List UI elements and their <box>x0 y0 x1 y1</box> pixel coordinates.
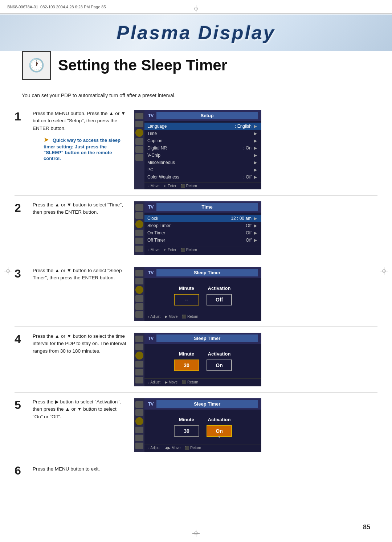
banner-text: Plasma Display <box>117 22 275 44</box>
minute-value-1: -- <box>174 294 199 305</box>
minute-label-3: Minute <box>179 417 194 422</box>
step-3-desc: Press the ▲ or ▼ button to select "Sleep… <box>33 267 127 282</box>
activation-col-2: Activation On <box>207 351 232 371</box>
sidebar5-icon-3 <box>135 417 143 425</box>
footer-adjust-3: ⬦ Adjust <box>147 315 160 319</box>
step-4-left: 4 Press the ▲ or ▼ button to select the … <box>15 333 127 355</box>
tv-header-time: TV Time <box>144 201 261 213</box>
divider-5 <box>15 458 377 458</box>
sidebar4-icon-2 <box>135 344 143 350</box>
clock-icon: 🕐 <box>28 58 45 73</box>
divider-2 <box>15 261 377 261</box>
step-6-text: Press the MENU button to exit. <box>33 465 100 473</box>
tv-label-4: TV <box>148 336 154 341</box>
divider-1 <box>15 195 377 196</box>
footer-move-5: ◀▶ Move <box>165 446 180 450</box>
time-menu-on-timer: On Timer Off ▶ <box>144 229 261 237</box>
tv-sidebar-2 <box>134 201 144 255</box>
tv-title-setup: Setup <box>156 112 258 119</box>
title-icon: 🕐 <box>22 51 51 80</box>
steps-container: 1 Press the MENU button. Press the ▲ or … <box>0 107 392 479</box>
down-arrow-indicator: ▼ <box>217 435 221 439</box>
tv-main-sleep3: TV Sleep Timer Minute 30 Activation <box>144 398 261 452</box>
footer-return-3: ⬛ Return <box>182 315 198 319</box>
step-1: 1 Press the MENU button. Press the ▲ or … <box>0 107 392 192</box>
tv-footer-setup: ⬦ Move ↵ Enter ⬛ Return <box>144 182 261 189</box>
step-1-screen: TV Setup Language : English ▶ Time ▶ <box>134 110 377 189</box>
sleep-timer-grid-1: Minute -- Activation Off <box>150 286 256 305</box>
tv-label-3: TV <box>148 270 154 275</box>
tv-footer-time: ⬦ Move ↵ Enter ⬛ Return <box>144 246 261 253</box>
tv-label-1: TV <box>148 113 154 118</box>
sidebar2-icon-2 <box>135 212 143 219</box>
tv-main-time: TV Time Clock 12 : 00 am ▶ Sleep Timer O… <box>144 201 261 255</box>
tv-title-time: Time <box>156 203 258 211</box>
tv-setup-screen: TV Setup Language : English ▶ Time ▶ <box>134 110 261 189</box>
sidebar-icon-4 <box>135 138 143 145</box>
title-area: 🕐 Setting the Sleep Timer <box>22 51 227 80</box>
tv-main-sleep1: TV Sleep Timer Minute -- Activation Off <box>144 267 261 321</box>
step-3-left: 3 Press the ▲ or ▼ button to select "Sle… <box>15 267 127 282</box>
tv-sleep-screen-2: TV Sleep Timer Minute 30 Activation On <box>134 333 261 386</box>
tv-sleep-screen-3: TV Sleep Timer Minute 30 Activation <box>134 398 261 452</box>
tv-header-sleep3: TV Sleep Timer <box>144 398 261 410</box>
setup-menu-time: Time ▶ <box>144 130 261 137</box>
step-4-desc: Press the ▲ or ▼ button to select the ti… <box>33 333 127 355</box>
time-menu-off-timer: Off Timer Off ▶ <box>144 237 261 244</box>
footer-enter-2: ↵ Enter <box>164 248 176 252</box>
sidebar2-icon-5 <box>135 238 143 244</box>
sleep-timer-content-1: Minute -- Activation Off <box>144 278 261 313</box>
step-2: 2 Press the ▲ or ▼ button to select "Tim… <box>0 198 392 258</box>
setup-menu-pc: PC ▶ <box>144 166 261 173</box>
step-4: 4 Press the ▲ or ▼ button to select the … <box>0 330 392 389</box>
footer-adjust-5: ⬦ Adjust <box>147 446 160 450</box>
tv-header-sleep2: TV Sleep Timer <box>144 333 261 344</box>
tv-sidebar-5 <box>134 398 144 452</box>
sidebar5-icon-5 <box>135 435 143 441</box>
minute-label-1: Minute <box>179 286 194 291</box>
footer-enter-1: ↵ Enter <box>164 184 176 188</box>
step-5-screen: TV Sleep Timer Minute 30 Activation <box>134 398 377 452</box>
reg-mark-right <box>380 267 388 275</box>
tv-footer-sleep2: ⬦ Adjust ▶ Move ⬛ Return <box>144 378 261 386</box>
step-3-screen: TV Sleep Timer Minute -- Activation Off <box>134 267 377 321</box>
tv-header-sleep1: TV Sleep Timer <box>144 267 261 278</box>
divider-4 <box>15 392 377 393</box>
tv-body-time: Clock 12 : 00 am ▶ Sleep Timer Off ▶ On … <box>144 213 261 246</box>
tv-title-sleep2: Sleep Timer <box>156 334 258 342</box>
minute-value-3: 30 <box>174 425 199 437</box>
activation-col-1: Activation Off <box>207 286 232 305</box>
sidebar3-icon-2 <box>135 278 143 284</box>
step-6-desc: Press the MENU button to exit. <box>29 464 100 473</box>
step-2-desc: Press the ▲ or ▼ button to select "Time"… <box>33 201 127 216</box>
sidebar2-icon-3 <box>135 220 143 228</box>
tv-body-setup: Language : English ▶ Time ▶ Caption ▶ <box>144 121 261 182</box>
step-5-desc: Press the ▶ button to select "Activation… <box>33 398 127 420</box>
sleep-timer-content-2: Minute 30 Activation On <box>144 344 261 378</box>
time-menu-clock: Clock 12 : 00 am ▶ <box>144 215 261 222</box>
footer-return-2: ⬛ Return <box>181 248 197 252</box>
minute-value-2: 30 <box>174 360 199 371</box>
footer-move-2: ⬦ Move <box>147 248 159 252</box>
sidebar5-icon-1 <box>135 401 143 408</box>
plasma-banner: Plasma Display <box>0 15 392 51</box>
step-number-2: 2 <box>15 202 29 214</box>
step-1-tip-text: Quick way to access the sleep timer sett… <box>44 137 121 161</box>
activation-col-3: Activation On ▼ <box>207 417 232 437</box>
step-number-4: 4 <box>15 333 29 345</box>
activation-label-2: Activation <box>208 351 231 357</box>
step-number-1: 1 <box>15 111 29 122</box>
sidebar2-icon-6 <box>135 246 143 252</box>
minute-label-2: Minute <box>179 351 194 357</box>
tv-main-sleep2: TV Sleep Timer Minute 30 Activation On <box>144 333 261 386</box>
setup-menu-language: Language : English ▶ <box>144 123 261 130</box>
sleep-timer-content-3: Minute 30 Activation On ▼ <box>144 410 261 444</box>
step-2-left: 2 Press the ▲ or ▼ button to select "Tim… <box>15 201 127 216</box>
divider-3 <box>15 327 377 327</box>
sidebar4-icon-6 <box>135 377 143 383</box>
step-2-text: Press the ▲ or ▼ button to select "Time"… <box>33 201 127 216</box>
sidebar3-icon-4 <box>135 295 143 302</box>
sidebar2-icon-1 <box>135 204 143 211</box>
step-5-left: 5 Press the ▶ button to select "Activati… <box>15 398 127 420</box>
sidebar5-icon-4 <box>135 427 143 433</box>
